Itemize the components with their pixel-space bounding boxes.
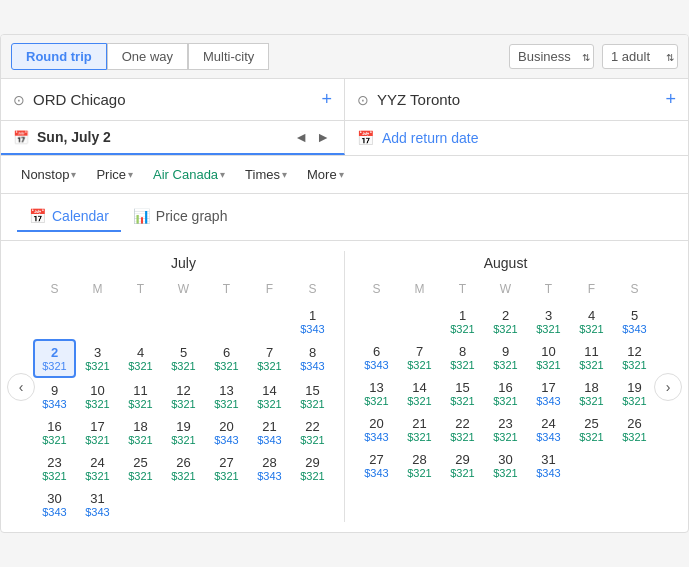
aug-day-14[interactable]: 14$321	[398, 375, 441, 411]
july-day-1[interactable]: 1$343	[291, 303, 334, 339]
multi-city-button[interactable]: Multi-city	[188, 43, 269, 70]
filter-price[interactable]: Price ▾	[88, 164, 141, 185]
july-day-12[interactable]: 12$321	[162, 378, 205, 414]
round-trip-button[interactable]: Round trip	[11, 43, 107, 70]
aug-day-30[interactable]: 30$321	[484, 447, 527, 483]
july-day-8[interactable]: 8$343	[291, 339, 334, 378]
july-day-31[interactable]: 31$343	[76, 486, 119, 522]
july-day-18[interactable]: 18$321	[119, 414, 162, 450]
july-day-30[interactable]: 30$343	[33, 486, 76, 522]
aug-day-15[interactable]: 15$321	[441, 375, 484, 411]
july-day-13[interactable]: 13$321	[205, 378, 248, 414]
july-day-25[interactable]: 25$321	[119, 450, 162, 486]
aug-day-26[interactable]: 26$321	[613, 411, 656, 447]
aug-day-22[interactable]: 22$321	[441, 411, 484, 447]
aug-day-24[interactable]: 24$343	[527, 411, 570, 447]
july-day-21[interactable]: 21$343	[248, 414, 291, 450]
add-return-date[interactable]: 📅 Add return date	[345, 121, 688, 155]
july-day-9[interactable]: 9$343	[33, 378, 76, 414]
aug-day-12[interactable]: 12$321	[613, 339, 656, 375]
aug-day-5[interactable]: 5$343	[613, 303, 656, 339]
filter-nonstop[interactable]: Nonstop ▾	[13, 164, 84, 185]
july-day-16[interactable]: 16$321	[33, 414, 76, 450]
july-day-4[interactable]: 4$321	[119, 339, 162, 378]
july-day-20[interactable]: 20$343	[205, 414, 248, 450]
august-title: August	[355, 251, 656, 271]
aug-day-6[interactable]: 6$343	[355, 339, 398, 375]
aug-day-7[interactable]: 7$321	[398, 339, 441, 375]
july-day-3[interactable]: 3$321	[76, 339, 119, 378]
calendar-next-button[interactable]: ›	[654, 373, 682, 401]
aug-day-25[interactable]: 25$321	[570, 411, 613, 447]
aug-day-2[interactable]: 2$321	[484, 303, 527, 339]
view-tabs: 📅 Calendar 📊 Price graph	[1, 194, 688, 241]
aug-day-28[interactable]: 28$321	[398, 447, 441, 483]
july-day-27[interactable]: 27$321	[205, 450, 248, 486]
july-header-m: M	[76, 279, 119, 299]
date-prev-button[interactable]: ◄	[292, 129, 310, 145]
filter-airline[interactable]: Air Canada ▾	[145, 164, 233, 185]
add-return-label: Add return date	[382, 130, 479, 146]
aug-day-13[interactable]: 13$321	[355, 375, 398, 411]
july-week-3: 9$343 10$321 11$321 12$321 13$321 14$321…	[33, 378, 334, 414]
aug-day-11[interactable]: 11$321	[570, 339, 613, 375]
july-day-14[interactable]: 14$321	[248, 378, 291, 414]
destination-plus[interactable]: +	[665, 89, 676, 110]
july-day-22[interactable]: 22$321	[291, 414, 334, 450]
july-day-10[interactable]: 10$321	[76, 378, 119, 414]
aug-day-9[interactable]: 9$321	[484, 339, 527, 375]
aug-day-16[interactable]: 16$321	[484, 375, 527, 411]
passengers-select[interactable]: 1 adult 2 adults	[602, 44, 678, 69]
date-next-button[interactable]: ►	[314, 129, 332, 145]
aug-week-4: 20$343 21$321 22$321 23$321 24$343 25$32…	[355, 411, 656, 447]
tab-calendar[interactable]: 📅 Calendar	[17, 202, 121, 232]
july-day-24[interactable]: 24$321	[76, 450, 119, 486]
aug-day-4[interactable]: 4$321	[570, 303, 613, 339]
destination-text[interactable]: YYZ Toronto	[377, 91, 657, 108]
class-select[interactable]: Economy Business First	[509, 44, 594, 69]
july-week-5: 23$321 24$321 25$321 26$321 27$321 28$34…	[33, 450, 334, 486]
one-way-button[interactable]: One way	[107, 43, 188, 70]
date-nav: ◄ ►	[292, 129, 332, 145]
july-day-11[interactable]: 11$321	[119, 378, 162, 414]
july-day-19[interactable]: 19$321	[162, 414, 205, 450]
filter-more[interactable]: More ▾	[299, 164, 352, 185]
aug-day-10[interactable]: 10$321	[527, 339, 570, 375]
dates-row: 📅 Sun, July 2 ◄ ► 📅 Add return date	[1, 121, 688, 156]
july-week-4: 16$321 17$321 18$321 19$321 20$343 21$34…	[33, 414, 334, 450]
filter-times[interactable]: Times ▾	[237, 164, 295, 185]
july-day-17[interactable]: 17$321	[76, 414, 119, 450]
origin-text[interactable]: ORD Chicago	[33, 91, 313, 108]
aug-day-27[interactable]: 27$343	[355, 447, 398, 483]
departure-date-wrap: 📅 Sun, July 2 ◄ ►	[1, 121, 345, 155]
july-day-5[interactable]: 5$321	[162, 339, 205, 378]
aug-day-21[interactable]: 21$321	[398, 411, 441, 447]
aug-day-19[interactable]: 19$321	[613, 375, 656, 411]
aug-day-31[interactable]: 31$343	[527, 447, 570, 483]
origin-plus[interactable]: +	[321, 89, 332, 110]
august-header: S M T W T F S	[355, 279, 656, 299]
tab-price-graph[interactable]: 📊 Price graph	[121, 202, 240, 232]
trip-type-bar: Round trip One way Multi-city Economy Bu…	[1, 35, 688, 79]
aug-day-23[interactable]: 23$321	[484, 411, 527, 447]
july-day-23[interactable]: 23$321	[33, 450, 76, 486]
aug-day-1[interactable]: 1$321	[441, 303, 484, 339]
july-empty	[76, 303, 119, 339]
aug-day-29[interactable]: 29$321	[441, 447, 484, 483]
july-title: July	[33, 251, 334, 271]
departure-date[interactable]: Sun, July 2	[37, 129, 292, 145]
calendar-prev-button[interactable]: ‹	[7, 373, 35, 401]
july-day-15[interactable]: 15$321	[291, 378, 334, 414]
aug-day-18[interactable]: 18$321	[570, 375, 613, 411]
july-day-26[interactable]: 26$321	[162, 450, 205, 486]
aug-day-8[interactable]: 8$321	[441, 339, 484, 375]
calendar-tab-label: Calendar	[52, 208, 109, 224]
july-day-7[interactable]: 7$321	[248, 339, 291, 378]
aug-day-17[interactable]: 17$343	[527, 375, 570, 411]
july-day-6[interactable]: 6$321	[205, 339, 248, 378]
aug-day-3[interactable]: 3$321	[527, 303, 570, 339]
july-day-28[interactable]: 28$343	[248, 450, 291, 486]
july-day-29[interactable]: 29$321	[291, 450, 334, 486]
aug-day-20[interactable]: 20$343	[355, 411, 398, 447]
july-day-2[interactable]: 2$321	[33, 339, 76, 378]
